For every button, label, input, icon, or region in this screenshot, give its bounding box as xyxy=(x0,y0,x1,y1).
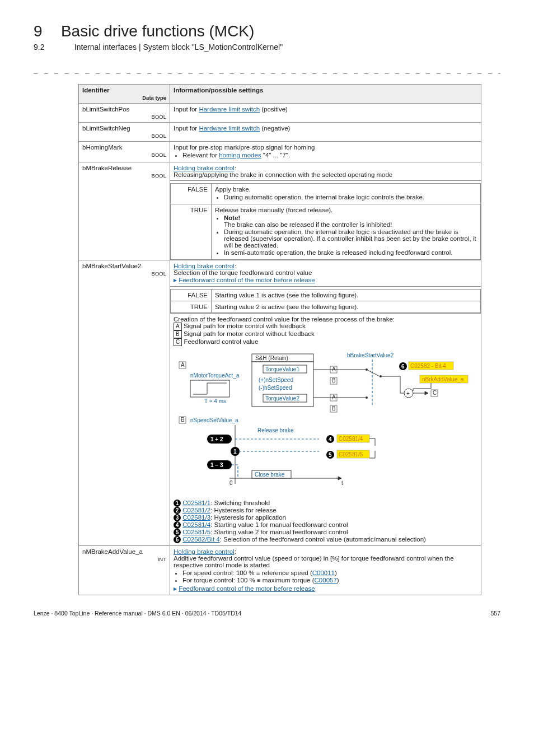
r6-line1: Additive feedforward control value (spee… xyxy=(174,555,454,568)
legend-4-link[interactable]: C02581/4 xyxy=(182,521,210,528)
th-info: Information/possible settings xyxy=(170,85,481,104)
svg-point-27 xyxy=(366,396,368,399)
svg-text:nMotorTorqueAct_a: nMotorTorqueAct_a xyxy=(190,372,240,379)
r4-true-label: TRUE xyxy=(171,204,212,260)
chapter-num: 9 xyxy=(34,22,43,40)
r6-id: nMBrakeAddValue_a xyxy=(82,548,143,555)
legend-6-link[interactable]: C02582/Bit 4 xyxy=(182,536,220,543)
r3-bul-post: "4" ... "7". xyxy=(261,152,291,158)
legend-1-txt: : Switching threshold xyxy=(210,500,270,506)
r6-ref[interactable]: Feedforward control of the motor before … xyxy=(179,585,315,592)
legend-2-icon: 2 xyxy=(174,507,181,514)
legend-1-link[interactable]: C02581/1 xyxy=(182,500,210,506)
legend-3-link[interactable]: C02581/3 xyxy=(182,514,210,521)
r3-line1: Input for pre-stop mark/pre-stop signal … xyxy=(174,144,477,151)
r6-b1-link[interactable]: C00011 xyxy=(312,570,335,576)
r4-colon: : xyxy=(235,165,236,171)
r1-post: (positive) xyxy=(260,106,288,113)
legend-2-link[interactable]: C02581/2 xyxy=(182,507,210,514)
svg-text:nSpeedSetValue_a: nSpeedSetValue_a xyxy=(190,417,238,423)
footer-left: Lenze · 8400 TopLine · Reference manual … xyxy=(34,610,241,617)
r2-pre: Input for xyxy=(174,125,199,132)
r3-id: bHomingMark xyxy=(82,144,123,151)
svg-text:4: 4 xyxy=(329,436,332,442)
svg-text:1 − 3: 1 − 3 xyxy=(210,462,223,468)
r3-bul-pre: Relevant for xyxy=(182,152,219,158)
r5-toplink[interactable]: Holding brake control xyxy=(174,263,235,269)
r6-toplink[interactable]: Holding brake control xyxy=(174,548,235,555)
r5-ref[interactable]: Feedforward control of the motor before … xyxy=(179,277,315,283)
svg-text:5: 5 xyxy=(329,452,332,458)
r1-link[interactable]: Hardware limit switch xyxy=(199,106,260,113)
r6-type: INT xyxy=(82,556,166,562)
r4-toplink[interactable]: Holding brake control xyxy=(174,165,235,171)
th-datatype: Data type xyxy=(82,95,166,101)
r2-id: bLimitSwitchNeg xyxy=(82,125,130,132)
legend-1-icon: 1 xyxy=(174,500,181,507)
svg-text:Close brake: Close brake xyxy=(255,472,285,478)
footer-page: 557 xyxy=(490,610,500,617)
r5-false-txt: Starting value 1 is active (see the foll… xyxy=(212,290,481,301)
section-num: 9.2 xyxy=(34,43,44,52)
svg-text:nBrkAddValue_a: nBrkAddValue_a xyxy=(422,376,464,382)
svg-text:C02582 - Bit 4: C02582 - Bit 4 xyxy=(410,363,446,369)
legend-3-txt: : Hysteresis for application xyxy=(210,514,286,521)
r6-b2-post: ) xyxy=(337,577,339,584)
th-identifier: Identifier xyxy=(82,87,110,94)
ref-arrow-icon-2: ▸ xyxy=(174,585,179,592)
r1-id: bLimitSwitchPos xyxy=(82,106,129,113)
svg-text:6: 6 xyxy=(401,363,405,370)
legend-5-txt: : Starting value 2 for manual feedforwar… xyxy=(210,529,348,535)
r5-type: BOOL xyxy=(82,270,166,277)
legend-6-txt: : Selection of the feedforward control v… xyxy=(220,536,426,543)
r4-true-note-lbl: Note! xyxy=(224,214,240,221)
r3-type: BOOL xyxy=(82,152,166,158)
svg-text:1 + 2: 1 + 2 xyxy=(210,436,223,442)
svg-text:B: B xyxy=(332,377,336,384)
r6-b2-pre: For torque control: 100 % ≡ maximum torq… xyxy=(182,577,315,584)
svg-text:(-)nSetSpeed: (-)nSetSpeed xyxy=(259,385,292,391)
svg-text:+: + xyxy=(406,390,410,396)
r4-true-note-txt: The brake can also be released if the co… xyxy=(224,221,392,228)
svg-text:B: B xyxy=(332,405,336,412)
svg-text:TorqueValue2: TorqueValue2 xyxy=(265,395,299,402)
svg-marker-45 xyxy=(425,391,428,395)
svg-text:B: B xyxy=(181,417,185,423)
svg-text:bBrakeStartValue2: bBrakeStartValue2 xyxy=(347,352,394,358)
r4-line1: Releasing/applying the brake in connecti… xyxy=(174,171,392,178)
r2-post: (negative) xyxy=(260,125,290,132)
legend-5-icon: 5 xyxy=(174,529,181,536)
r5-creation: Creation of the feedforward control valu… xyxy=(174,316,477,323)
svg-text:C02581/5: C02581/5 xyxy=(339,451,363,458)
legend-6-icon: 6 xyxy=(174,536,181,543)
legend-4-txt: : Starting value 1 for manual feedforwar… xyxy=(210,521,348,528)
r5-line1: Selection of the torque feedforward cont… xyxy=(174,269,312,276)
r5-true-label: TRUE xyxy=(171,301,212,313)
svg-text:0: 0 xyxy=(229,480,233,486)
r1-type: BOOL xyxy=(82,114,166,120)
r3-bul-link[interactable]: homing modes xyxy=(219,152,261,158)
chapter-title: Basic drive functions (MCK) xyxy=(61,22,254,40)
r5-false-label: FALSE xyxy=(171,290,212,301)
r5-colon: : xyxy=(235,263,236,269)
r5-a: Signal path for motor control with feedb… xyxy=(184,323,306,329)
r6-b2-link[interactable]: C00057 xyxy=(315,577,337,584)
svg-text:C: C xyxy=(433,390,437,396)
svg-text:TorqueValue1: TorqueValue1 xyxy=(265,366,299,372)
r4-type: BOOL xyxy=(82,172,166,179)
svg-text:(+)nSetSpeed: (+)nSetSpeed xyxy=(259,377,293,383)
r4-id: bMBrakeRelease xyxy=(82,165,132,171)
r4-true-t1: Release brake manually (forced release). xyxy=(215,207,477,213)
r5-c: Feedforward control value xyxy=(184,338,258,345)
box-a-icon: A xyxy=(174,323,182,330)
parameter-table: Identifier Data type Information/possibl… xyxy=(78,84,481,595)
r5-b: Signal path for motor control without fe… xyxy=(184,330,315,337)
box-b-icon: B xyxy=(174,330,182,338)
r2-link[interactable]: Hardware limit switch xyxy=(199,125,260,132)
legend-5-link[interactable]: C02581/5 xyxy=(182,529,210,535)
divider-dashes: _ _ _ _ _ _ _ _ _ _ _ _ _ _ _ _ _ _ _ _ … xyxy=(34,66,500,74)
legend-3-icon: 3 xyxy=(174,514,181,521)
r4-false-t1: Apply brake. xyxy=(215,186,477,193)
svg-text:Release brake: Release brake xyxy=(257,427,294,433)
svg-line-28 xyxy=(367,370,380,376)
